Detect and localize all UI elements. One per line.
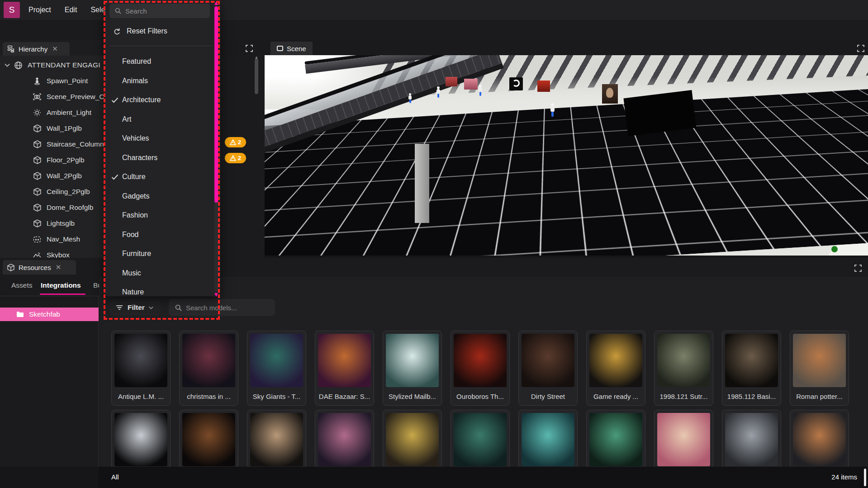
model-card[interactable]: Antique L.M. ... <box>111 331 171 406</box>
scene-viewport[interactable]: OrbitPanFly Y X Z <box>265 55 868 256</box>
model-card[interactable]: Roman potter... <box>790 331 849 406</box>
nav-control-pan: Pan <box>298 242 315 249</box>
check-icon <box>111 97 122 103</box>
model-thumbnail <box>386 334 439 387</box>
category-item-nature[interactable]: Nature <box>105 283 213 302</box>
model-thumbnail <box>793 334 846 387</box>
skybox-icon <box>33 252 42 258</box>
dropdown-scrollbar-thumb[interactable] <box>214 6 218 203</box>
model-card[interactable] <box>179 410 238 467</box>
warning-badge[interactable]: 2 <box>225 137 246 147</box>
tree-item[interactable]: Skybox <box>0 247 105 258</box>
model-card[interactable] <box>451 410 510 467</box>
tree-item[interactable]: Lightsglb <box>0 216 105 231</box>
models-search-input[interactable] <box>186 304 261 312</box>
category-item-animals[interactable]: Animals <box>105 71 213 90</box>
model-card[interactable]: Dirty Street <box>518 331 578 406</box>
resources-tab[interactable]: Resources ✕ <box>3 260 76 275</box>
tree-item-label: Dome_Roofglb <box>47 204 93 212</box>
scroll-down-icon[interactable] <box>214 293 218 297</box>
cube-icon <box>33 124 42 133</box>
tree-item[interactable]: Ceiling_2Pglb <box>0 184 105 199</box>
model-thumbnail <box>522 334 574 387</box>
model-thumbnail <box>657 413 710 466</box>
category-item-fashion[interactable]: Fashion <box>105 206 213 225</box>
model-card[interactable]: 1998.121 Sutr... <box>654 331 713 406</box>
tree-item[interactable]: Wall_2Pglb <box>0 168 105 184</box>
tree-item[interactable]: Scene_Preview_C <box>0 89 105 104</box>
model-card[interactable] <box>111 410 171 467</box>
model-thumbnail <box>250 413 303 466</box>
fullscreen-icon[interactable] <box>244 43 255 54</box>
model-card[interactable] <box>586 410 645 467</box>
tree-item[interactable]: Dome_Roofglb <box>0 200 105 215</box>
model-card-label: DAE Bazaar: S... <box>317 390 372 403</box>
avatar <box>436 86 440 98</box>
tree-item-label: Scene_Preview_C <box>47 93 104 101</box>
tree-item[interactable]: Staircase_Column <box>0 137 105 152</box>
model-card[interactable]: christmas in ... <box>179 331 238 406</box>
fullscreen-icon[interactable] <box>853 263 863 274</box>
item-count: 24 items <box>831 473 857 481</box>
model-card[interactable]: DAE Bazaar: S... <box>315 331 374 406</box>
category-item-furniture[interactable]: Furniture <box>105 244 213 263</box>
warning-count: 2 <box>238 139 242 146</box>
tree-item[interactable]: Ambient_Light <box>0 105 105 120</box>
tree-item[interactable]: Spawn_Point <box>0 73 105 89</box>
category-item-characters[interactable]: Characters <box>105 148 213 167</box>
tree-item[interactable]: Nav_Mesh <box>0 232 105 247</box>
model-card[interactable] <box>383 410 442 467</box>
menu-item-edit[interactable]: Edit <box>65 6 77 14</box>
filter-search-input[interactable] <box>125 7 195 15</box>
model-thumbnail <box>318 413 371 466</box>
reset-filters-label: Reset Filters <box>127 27 167 35</box>
gizmo-z-axis: Z <box>832 229 840 237</box>
model-card[interactable]: Stylized Mailb... <box>383 331 442 406</box>
model-thumbnail <box>454 413 507 466</box>
reset-filters-button[interactable]: Reset Filters <box>109 22 210 41</box>
tree-item[interactable]: ATTENDANT ENGAGI <box>0 57 105 73</box>
panel-scrollbar[interactable] <box>255 59 258 94</box>
category-item-architecture[interactable]: Architecture <box>105 90 213 109</box>
tree-item[interactable]: Floor_2Pglb <box>0 152 105 168</box>
expand-chevron-icon[interactable] <box>5 63 10 67</box>
close-icon[interactable]: ✕ <box>52 45 58 53</box>
viewport-nav-help: OrbitPanFly <box>269 242 339 249</box>
category-item-featured[interactable]: Featured <box>105 52 213 71</box>
model-card[interactable]: Ouroboros Th... <box>451 331 510 406</box>
category-item-gadgets[interactable]: Gadgets <box>105 187 213 206</box>
category-item-music[interactable]: Music <box>105 264 213 283</box>
model-card[interactable] <box>247 410 306 467</box>
tree-item[interactable]: Wall_1Pglb <box>0 121 105 136</box>
fullscreen-icon[interactable] <box>855 43 866 54</box>
model-card[interactable]: Game ready ... <box>586 331 645 406</box>
cube-icon <box>33 219 42 227</box>
category-item-art[interactable]: Art <box>105 110 213 129</box>
model-card[interactable] <box>315 410 374 467</box>
mouse-icon <box>269 242 274 249</box>
category-item-culture[interactable]: Culture <box>105 167 213 186</box>
tab-integrations[interactable]: Integrations <box>41 281 81 289</box>
tab-assets[interactable]: Assets <box>11 281 33 289</box>
model-card[interactable]: Sky Giants - T... <box>247 331 306 406</box>
sketchfab-folder-item[interactable]: Sketchfab <box>0 308 99 321</box>
models-browser: Filter Antique L.M. ...christmas in ...S… <box>99 277 868 467</box>
category-item-vehicles[interactable]: Vehicles <box>105 129 213 148</box>
category-item-food[interactable]: Food <box>105 225 213 244</box>
model-card[interactable] <box>790 410 849 467</box>
menu-item-project[interactable]: Project <box>28 6 51 14</box>
scrollbar-thumb[interactable] <box>864 469 866 486</box>
hierarchy-tab[interactable]: Hierarchy ✕ <box>3 42 70 56</box>
nav-control-fly: Fly <box>324 242 339 249</box>
tree-item-label: Floor_2Pglb <box>47 156 85 164</box>
scene-tab[interactable]: Scene <box>270 42 313 55</box>
warning-badge[interactable]: 2 <box>225 153 246 163</box>
close-icon[interactable]: ✕ <box>56 263 62 271</box>
filter-search-field[interactable] <box>109 4 210 18</box>
model-card[interactable]: 1985.112 Basi... <box>722 331 781 406</box>
app-logo[interactable]: S <box>4 2 20 18</box>
model-card[interactable] <box>518 410 578 467</box>
model-card[interactable] <box>722 410 781 467</box>
model-card[interactable] <box>654 410 713 467</box>
scroll-up-icon[interactable] <box>214 1 218 5</box>
